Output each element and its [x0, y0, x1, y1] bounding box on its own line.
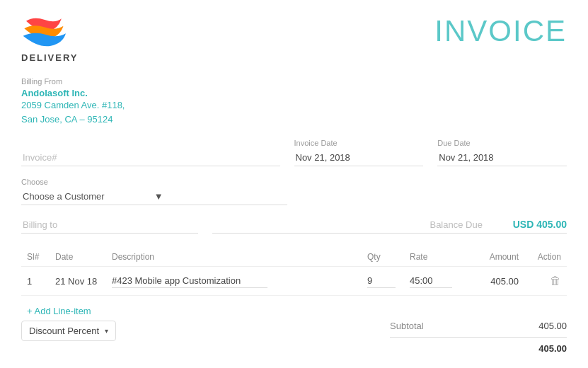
customer-field: Choose Choose a Customer ▼	[21, 178, 287, 205]
row-sl: 1	[21, 267, 50, 296]
customer-label: Choose	[21, 178, 287, 186]
bottom-section: Discount Percent ▾ Subtotal 405.00 405.0…	[21, 321, 567, 354]
subtotal-row: Subtotal 405.00	[390, 321, 567, 331]
billing-from-section: Billing From Andolasoft Inc. 2059 Camden…	[21, 77, 567, 126]
customer-row: Choose Choose a Customer ▼	[21, 178, 567, 205]
discount-dropdown-arrow: ▾	[105, 327, 108, 335]
final-value: 405.00	[538, 343, 567, 354]
company-name: Andolasoft Inc.	[21, 88, 567, 98]
discount-label: Discount Percent	[29, 326, 99, 336]
invoice-number-input[interactable]	[21, 149, 280, 166]
col-description: Description	[106, 248, 362, 267]
col-action: Action	[524, 248, 567, 267]
invoice-title: INVOICE	[434, 14, 567, 48]
discount-area: Discount Percent ▾	[21, 321, 116, 341]
row-qty	[362, 267, 404, 296]
billing-to-field	[21, 217, 198, 234]
subtotal-value: 405.00	[538, 321, 567, 331]
add-line-item-button[interactable]: + Add Line-item	[27, 306, 91, 316]
delete-row-button[interactable]: 🗑	[550, 275, 561, 287]
totals-area: Subtotal 405.00 405.00	[390, 321, 567, 354]
table-row: 1 21 Nov 18 405.00 🗑	[21, 267, 567, 296]
col-rate: Rate	[404, 248, 461, 267]
invoice-date-input[interactable]	[294, 149, 424, 166]
subtotal-label: Subtotal	[390, 321, 424, 331]
invoice-table: Sl# Date Description Qty Rate Amount Act…	[21, 248, 567, 296]
discount-dropdown[interactable]: Discount Percent ▾	[21, 321, 116, 341]
customer-dropdown-arrow: ▼	[154, 191, 286, 202]
billing-to-input[interactable]	[21, 217, 198, 234]
row-rate	[404, 267, 461, 296]
page-header: DELIVERY INVOICE	[21, 14, 567, 63]
company-address-line1: 2059 Camden Ave. #118,	[21, 98, 567, 113]
billing-from-label: Billing From	[21, 77, 567, 86]
balance-due-value: USD 405.00	[513, 219, 567, 230]
row-action: 🗑	[524, 267, 567, 296]
qty-input[interactable]	[367, 274, 396, 288]
row-description	[106, 267, 362, 296]
balance-due-amount: Balance Due USD 405.00	[212, 219, 567, 234]
billing-balance-row: Balance Due USD 405.00	[21, 217, 567, 234]
col-sl: Sl#	[21, 248, 50, 267]
due-date-label: Due Date	[437, 139, 567, 147]
logo-text: DELIVERY	[21, 52, 79, 63]
row-amount: 405.00	[461, 267, 524, 296]
delivery-logo-icon	[21, 14, 71, 50]
final-total-row: 405.00	[390, 337, 567, 354]
col-amount: Amount	[461, 248, 524, 267]
row-date: 21 Nov 18	[50, 267, 106, 296]
invoice-number-field	[21, 149, 280, 166]
col-date: Date	[50, 248, 106, 267]
invoice-date-label: Invoice Date	[294, 139, 424, 147]
col-qty: Qty	[362, 248, 404, 267]
company-address-line2: San Jose, CA – 95124	[21, 113, 567, 127]
customer-select-text: Choose a Customer	[23, 191, 154, 202]
description-input[interactable]	[112, 274, 267, 288]
customer-dropdown[interactable]: Choose a Customer ▼	[21, 188, 287, 205]
table-header-row: Sl# Date Description Qty Rate Amount Act…	[21, 248, 567, 267]
due-date-input[interactable]	[437, 149, 567, 166]
due-date-field: Due Date	[437, 139, 567, 166]
rate-input[interactable]	[410, 274, 452, 288]
invoice-date-field: Invoice Date	[294, 139, 424, 166]
balance-due-placeholder: Balance Due	[430, 219, 482, 230]
logo-area: DELIVERY	[21, 14, 79, 63]
invoice-date-row: Invoice Date Due Date	[21, 139, 567, 166]
